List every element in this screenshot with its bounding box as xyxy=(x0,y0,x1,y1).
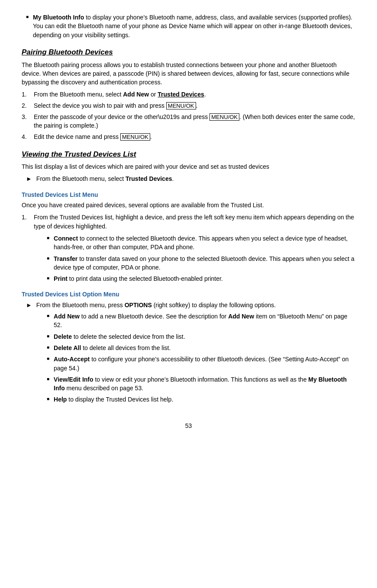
arrow-icon: ► xyxy=(26,174,32,183)
tdl-bullet-print: ■ Print to print data using the selected… xyxy=(42,274,355,283)
arrow-icon-2: ► xyxy=(26,301,32,309)
viewedit-bold2: My Bluetooth Info xyxy=(54,376,347,392)
opt-bullet-autoaccept-text: Auto-Accept to configure your phone’s ac… xyxy=(54,355,355,373)
step4-content: Edit the device name and press MENU/OK. xyxy=(34,132,355,141)
opt-bullet-icon-6: ■ xyxy=(47,396,49,404)
step2-content: Select the device you wish to pair with … xyxy=(34,101,355,110)
trusted-devices-arrow-text: From the Bluetooth menu, select Trusted … xyxy=(36,174,355,183)
intro-bold: My Bluetooth Info xyxy=(33,14,84,21)
pairing-step-2: Select the device you wish to pair with … xyxy=(22,101,355,110)
intro-bullet-text: My Bluetooth Info to display your phone’… xyxy=(33,13,355,39)
viewedit-bold: View/Edit Info xyxy=(54,376,93,383)
tdl-bullet-transfer-text: Transfer to transfer data saved on your … xyxy=(54,254,355,272)
tdl-step1-content: From the Trusted Devices list, highlight… xyxy=(34,213,355,231)
tdl-menu-heading: Trusted Devices List Menu xyxy=(22,190,355,199)
print-bold: Print xyxy=(54,275,68,282)
opt-bullet-delete-text: Delete to delete the selected device fro… xyxy=(54,332,355,341)
opt-bullet-delete: ■ Delete to delete the selected device f… xyxy=(42,332,355,341)
tdl-option-menu-heading: Trusted Devices List Option Menu xyxy=(22,290,355,299)
opt-bullet-viewedit: ■ View/Edit Info to view or edit your ph… xyxy=(42,375,355,393)
step1-bold2: Trusted Devices xyxy=(158,91,204,98)
bullet-icon-2: ■ xyxy=(47,255,49,272)
opt-bullet-icon-4: ■ xyxy=(47,356,49,373)
tdl-menu-steps: From the Trusted Devices list, highlight… xyxy=(22,213,355,231)
pairing-step-4: Edit the device name and press MENU/OK. xyxy=(22,132,355,141)
opt-bullet-icon-5: ■ xyxy=(47,376,49,393)
options-bold: OPTIONS xyxy=(125,302,152,308)
tdl-bullet-transfer: ■ Transfer to transfer data saved on you… xyxy=(42,254,355,272)
tdl-bullet-connect-text: Connect to connect to the selected Bluet… xyxy=(54,234,355,252)
trusted-devices-heading: Viewing the Trusted Devices List xyxy=(22,149,355,160)
pairing-steps: From the Bluetooth menu, select Add New … xyxy=(22,90,355,141)
trusted-devices-bold: Trusted Devices xyxy=(126,175,172,182)
trusted-devices-arrow-item: ► From the Bluetooth menu, select Truste… xyxy=(22,174,355,183)
help-bold: Help xyxy=(54,396,67,403)
step2-boxed: MENU/OK xyxy=(166,102,196,109)
tdl-bullet-connect: ■ Connect to connect to the selected Blu… xyxy=(42,234,355,252)
tdl-option-arrow-item: ► From the Bluetooth menu, press OPTIONS… xyxy=(22,301,355,309)
tdl-menu-intro: Once you have created paired devices, se… xyxy=(22,201,355,209)
transfer-bold: Transfer xyxy=(54,255,77,262)
autoaccept-bold: Auto-Accept xyxy=(54,356,90,363)
tdl-menu-step-1: From the Trusted Devices list, highlight… xyxy=(22,213,355,231)
opt-bullet-help-text: Help to display the Trusted Devices list… xyxy=(54,395,355,404)
opt-bullet-viewedit-text: View/Edit Info to view or edit your phon… xyxy=(54,375,355,393)
step4-boxed: MENU/OK xyxy=(120,133,150,141)
opt-bullet-autoaccept: ■ Auto-Accept to configure your phone’s … xyxy=(42,355,355,373)
bullet-square-icon: ■ xyxy=(26,14,29,39)
page-number: 53 xyxy=(22,421,355,430)
addnew-bold2: Add New xyxy=(228,313,254,320)
bullet-icon-3: ■ xyxy=(47,275,49,283)
trusted-devices-intro: This list display a list of devices whic… xyxy=(22,162,355,171)
step3-boxed: MENU/OK xyxy=(209,113,239,121)
opt-bullet-icon-1: ■ xyxy=(47,313,49,330)
step1-bold1: Add New xyxy=(123,91,149,98)
step3-content: Enter the passcode of your device or the… xyxy=(34,112,355,130)
pairing-heading: Pairing Bluetooth Devices xyxy=(22,47,355,58)
pairing-intro: The Bluetooth pairing process allows you… xyxy=(22,61,355,87)
opt-bullet-icon-2: ■ xyxy=(47,333,49,341)
tdl-option-bullets: ■ Add New to add a new Bluetooth device.… xyxy=(42,312,355,404)
tdl-menu-bullets: ■ Connect to connect to the selected Blu… xyxy=(42,234,355,283)
opt-bullet-deleteall: ■ Delete All to delete all devices from … xyxy=(42,344,355,352)
opt-bullet-addnew-text: Add New to add a new Bluetooth device. S… xyxy=(54,312,355,330)
opt-bullet-addnew: ■ Add New to add a new Bluetooth device.… xyxy=(42,312,355,330)
tdl-option-arrow-text: From the Bluetooth menu, press OPTIONS (… xyxy=(36,301,355,309)
opt-bullet-icon-3: ■ xyxy=(47,344,49,352)
deleteall-bold: Delete All xyxy=(54,344,81,351)
tdl-bullet-print-text: Print to print data using the selected B… xyxy=(54,274,355,283)
pairing-step-1: From the Bluetooth menu, select Add New … xyxy=(22,90,355,99)
delete-bold: Delete xyxy=(54,333,72,340)
bullet-icon-1: ■ xyxy=(47,235,49,252)
step1-content: From the Bluetooth menu, select Add New … xyxy=(34,90,355,99)
connect-bold: Connect xyxy=(54,235,78,242)
intro-bullet-item: ■ My Bluetooth Info to display your phon… xyxy=(22,13,355,39)
opt-bullet-deleteall-text: Delete All to delete all devices from th… xyxy=(54,344,355,352)
opt-bullet-help: ■ Help to display the Trusted Devices li… xyxy=(42,395,355,404)
addnew-bold: Add New xyxy=(54,313,80,320)
pairing-step-3: Enter the passcode of your device or the… xyxy=(22,112,355,130)
